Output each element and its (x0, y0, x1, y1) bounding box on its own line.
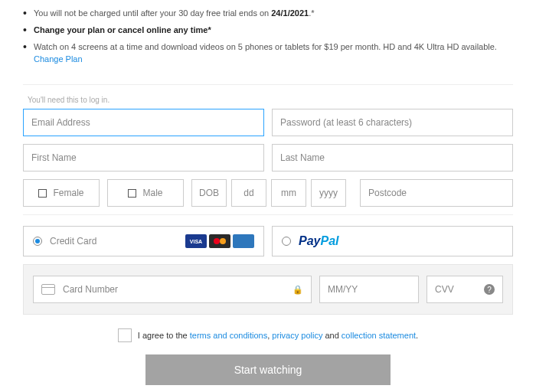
checkbox-icon (38, 189, 47, 198)
info-list: You will not be charged until after your… (23, 0, 513, 78)
dob-year-field[interactable]: yyyy (311, 179, 346, 207)
last-name-field[interactable]: Last Name (272, 144, 513, 172)
amex-icon (233, 234, 254, 248)
mastercard-icon (209, 234, 230, 248)
card-details-panel: Card Number 🔒 MM/YY CVV ? (23, 264, 513, 315)
info-item: You will not be charged until after your… (23, 5, 513, 21)
email-field[interactable]: Email Address (23, 109, 264, 136)
agree-checkbox[interactable] (118, 328, 132, 342)
dob-label: DOB (191, 179, 227, 207)
payment-credit-card-option[interactable]: Credit Card VISA (23, 226, 264, 256)
dob-month-field[interactable]: mm (271, 179, 306, 207)
visa-icon: VISA (185, 234, 207, 248)
privacy-link[interactable]: privacy policy (272, 331, 322, 340)
collection-link[interactable]: collection statement (342, 331, 416, 340)
trial-end-date: 24/1/2021 (271, 8, 309, 18)
first-name-field[interactable]: First Name (23, 144, 264, 172)
gender-male-option[interactable]: Male (107, 179, 184, 207)
paypal-icon: PayPal (299, 234, 338, 248)
radio-icon (33, 237, 42, 246)
radio-icon (282, 237, 291, 246)
info-item: Watch on 4 screens at a time and downloa… (23, 38, 513, 67)
card-cvv-field[interactable]: CVV ? (427, 276, 503, 303)
help-icon[interactable]: ? (484, 284, 495, 295)
start-watching-button[interactable]: Start watching (145, 354, 391, 385)
card-icon (41, 284, 55, 295)
postcode-field[interactable]: Postcode (360, 179, 513, 207)
divider (23, 214, 513, 215)
terms-link[interactable]: terms and conditions (190, 331, 268, 340)
payment-paypal-option[interactable]: PayPal (272, 226, 513, 256)
checkbox-icon (128, 189, 136, 198)
change-plan-link[interactable]: Change Plan (34, 54, 83, 64)
agree-row: I agree to the terms and conditions, pri… (23, 328, 513, 342)
dob-day-field[interactable]: dd (231, 179, 266, 207)
card-number-field[interactable]: Card Number 🔒 (33, 276, 312, 303)
info-item: Change your plan or cancel online any ti… (23, 21, 513, 38)
password-field[interactable]: Password (at least 6 characters) (272, 109, 513, 136)
login-hint: You'll need this to log in. (23, 96, 513, 104)
gender-female-option[interactable]: Female (23, 179, 100, 207)
divider (23, 84, 513, 85)
lock-icon: 🔒 (293, 285, 303, 295)
card-expiry-field[interactable]: MM/YY (319, 276, 419, 303)
